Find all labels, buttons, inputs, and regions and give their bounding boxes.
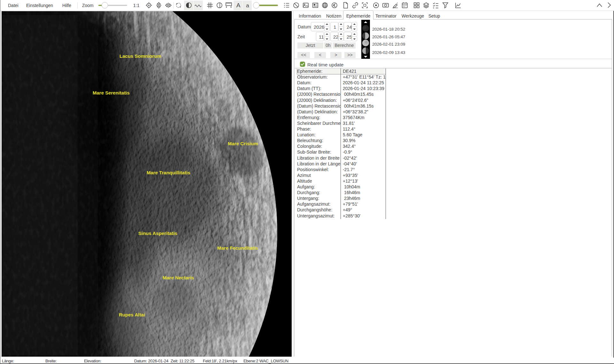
- svg-text:Mare Nectaris: Mare Nectaris: [163, 275, 194, 280]
- svg-text:a: a: [246, 3, 249, 9]
- svg-text:Sinus Asperitatis: Sinus Asperitatis: [138, 231, 177, 236]
- svg-text:Mare Fecunditatis: Mare Fecunditatis: [217, 245, 258, 251]
- svg-text:Rupes Altai: Rupes Altai: [119, 312, 145, 317]
- svg-text:Mare Crisium: Mare Crisium: [228, 141, 258, 146]
- svg-text:A: A: [236, 2, 241, 9]
- svg-text:Mare Tranquillitatis: Mare Tranquillitatis: [147, 170, 190, 175]
- svg-text:Lacus Somniorum: Lacus Somniorum: [119, 53, 161, 59]
- svg-text:Mare Serenitatis: Mare Serenitatis: [93, 90, 130, 95]
